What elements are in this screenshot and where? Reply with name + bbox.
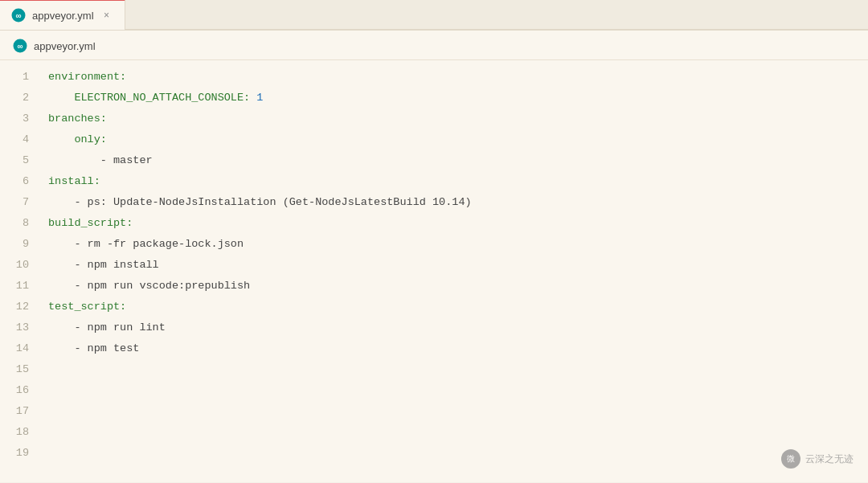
watermark: 微 云深之无迹	[781, 449, 854, 469]
line-number: 14	[6, 338, 29, 359]
tab-filename: appveyor.yml	[32, 10, 94, 22]
code-token: install:	[48, 171, 100, 192]
svg-text:∞: ∞	[17, 42, 23, 51]
line-number: 9	[6, 234, 29, 255]
table-row: - npm run vscode:prepublish	[48, 276, 868, 297]
watermark-icon: 微	[781, 449, 800, 469]
line-number: 5	[6, 150, 29, 171]
file-header-icon: ∞	[13, 39, 27, 53]
code-token: build_script:	[48, 213, 133, 234]
line-number: 19	[6, 443, 29, 464]
code-token: test_script:	[48, 297, 126, 317]
file-header: ∞ appveyor.yml	[0, 31, 868, 60]
tab-close-button[interactable]: ×	[100, 9, 113, 22]
line-number: 18	[6, 422, 29, 443]
code-token: only:	[74, 129, 107, 150]
file-header-filename: appveyor.yml	[34, 40, 96, 52]
line-number: 10	[6, 255, 29, 276]
line-number: 8	[6, 213, 29, 234]
code-token: ELECTRON_NO_ATTACH_CONSOLE:	[74, 88, 250, 108]
table-row: test_script:	[48, 297, 868, 317]
table-row: - rm -fr package-lock.json	[48, 234, 868, 255]
code-token: 1	[256, 88, 263, 108]
tab-bar: ∞ appveyor.yml ×	[0, 0, 868, 31]
code-token: environment:	[48, 67, 126, 88]
table-row: - master	[48, 150, 868, 171]
editor-area: 12345678910111213141516171819 environmen…	[0, 60, 868, 482]
line-number: 2	[6, 88, 29, 108]
code-token: - npm test	[74, 338, 139, 359]
watermark-text: 云深之无迹	[805, 452, 854, 466]
line-number: 3	[6, 108, 29, 129]
code-token: branches:	[48, 108, 107, 129]
line-number: 17	[6, 401, 29, 422]
code-token: - npm run lint	[74, 317, 165, 338]
line-numbers: 12345678910111213141516171819	[0, 60, 42, 482]
table-row: ELECTRON_NO_ATTACH_CONSOLE: 1	[48, 88, 868, 108]
line-number: 6	[6, 171, 29, 192]
line-number: 12	[6, 297, 29, 317]
code-content[interactable]: environment: ELECTRON_NO_ATTACH_CONSOLE:…	[42, 60, 868, 482]
table-row: - npm run lint	[48, 317, 868, 338]
tab-appveyor[interactable]: ∞ appveyor.yml ×	[0, 0, 125, 30]
line-number: 1	[6, 67, 29, 88]
table-row: - npm install	[48, 255, 868, 276]
code-token	[250, 88, 256, 108]
table-row: branches:	[48, 108, 868, 129]
table-row: build_script:	[48, 213, 868, 234]
line-number: 16	[6, 380, 29, 401]
arduino-icon: ∞	[11, 8, 26, 23]
line-number: 15	[6, 359, 29, 380]
line-number: 13	[6, 317, 29, 338]
code-token: - master	[100, 150, 153, 171]
svg-text:∞: ∞	[15, 11, 21, 20]
table-row: only:	[48, 129, 868, 150]
code-token: - rm -fr package-lock.json	[74, 234, 244, 255]
table-row: - npm test	[48, 338, 868, 359]
line-number: 4	[6, 129, 29, 150]
line-number: 11	[6, 276, 29, 297]
table-row: environment:	[48, 67, 868, 88]
code-token: - npm install	[74, 255, 158, 276]
code-token: - npm run vscode:prepublish	[74, 276, 250, 297]
table-row: - ps: Update-NodeJsInstallation (Get-Nod…	[48, 192, 868, 213]
table-row: install:	[48, 171, 868, 192]
code-token: - ps: Update-NodeJsInstallation (Get-Nod…	[74, 192, 471, 213]
line-number: 7	[6, 192, 29, 213]
